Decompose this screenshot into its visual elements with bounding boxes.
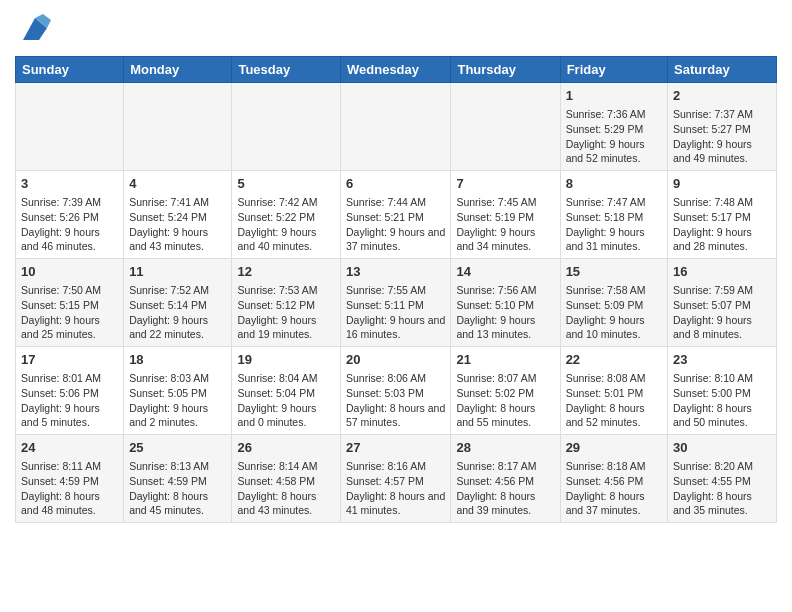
day-number: 30 bbox=[673, 439, 771, 457]
day-number: 8 bbox=[566, 175, 662, 193]
day-number: 19 bbox=[237, 351, 335, 369]
day-number: 11 bbox=[129, 263, 226, 281]
day-number: 4 bbox=[129, 175, 226, 193]
day-cell: 29Sunrise: 8:18 AM Sunset: 4:56 PM Dayli… bbox=[560, 435, 667, 523]
day-cell bbox=[341, 83, 451, 171]
day-cell bbox=[232, 83, 341, 171]
day-info: Sunrise: 8:08 AM Sunset: 5:01 PM Dayligh… bbox=[566, 372, 646, 428]
day-number: 3 bbox=[21, 175, 118, 193]
day-number: 23 bbox=[673, 351, 771, 369]
day-cell bbox=[16, 83, 124, 171]
day-info: Sunrise: 8:18 AM Sunset: 4:56 PM Dayligh… bbox=[566, 460, 646, 516]
day-number: 29 bbox=[566, 439, 662, 457]
day-cell: 16Sunrise: 7:59 AM Sunset: 5:07 PM Dayli… bbox=[668, 259, 777, 347]
day-cell: 10Sunrise: 7:50 AM Sunset: 5:15 PM Dayli… bbox=[16, 259, 124, 347]
day-info: Sunrise: 8:10 AM Sunset: 5:00 PM Dayligh… bbox=[673, 372, 753, 428]
week-row-4: 24Sunrise: 8:11 AM Sunset: 4:59 PM Dayli… bbox=[16, 435, 777, 523]
day-number: 24 bbox=[21, 439, 118, 457]
day-cell: 11Sunrise: 7:52 AM Sunset: 5:14 PM Dayli… bbox=[124, 259, 232, 347]
day-cell: 18Sunrise: 8:03 AM Sunset: 5:05 PM Dayli… bbox=[124, 347, 232, 435]
day-number: 18 bbox=[129, 351, 226, 369]
day-number: 20 bbox=[346, 351, 445, 369]
day-info: Sunrise: 8:17 AM Sunset: 4:56 PM Dayligh… bbox=[456, 460, 536, 516]
column-header-monday: Monday bbox=[124, 57, 232, 83]
day-cell: 27Sunrise: 8:16 AM Sunset: 4:57 PM Dayli… bbox=[341, 435, 451, 523]
day-cell: 30Sunrise: 8:20 AM Sunset: 4:55 PM Dayli… bbox=[668, 435, 777, 523]
column-header-sunday: Sunday bbox=[16, 57, 124, 83]
day-number: 2 bbox=[673, 87, 771, 105]
day-info: Sunrise: 7:42 AM Sunset: 5:22 PM Dayligh… bbox=[237, 196, 317, 252]
logo bbox=[15, 10, 53, 48]
day-number: 12 bbox=[237, 263, 335, 281]
day-cell: 9Sunrise: 7:48 AM Sunset: 5:17 PM Daylig… bbox=[668, 171, 777, 259]
day-cell: 25Sunrise: 8:13 AM Sunset: 4:59 PM Dayli… bbox=[124, 435, 232, 523]
day-number: 27 bbox=[346, 439, 445, 457]
day-info: Sunrise: 8:14 AM Sunset: 4:58 PM Dayligh… bbox=[237, 460, 317, 516]
day-number: 13 bbox=[346, 263, 445, 281]
day-info: Sunrise: 7:41 AM Sunset: 5:24 PM Dayligh… bbox=[129, 196, 209, 252]
day-info: Sunrise: 7:50 AM Sunset: 5:15 PM Dayligh… bbox=[21, 284, 101, 340]
day-info: Sunrise: 7:59 AM Sunset: 5:07 PM Dayligh… bbox=[673, 284, 753, 340]
day-cell: 5Sunrise: 7:42 AM Sunset: 5:22 PM Daylig… bbox=[232, 171, 341, 259]
day-number: 10 bbox=[21, 263, 118, 281]
day-number: 5 bbox=[237, 175, 335, 193]
column-header-friday: Friday bbox=[560, 57, 667, 83]
day-info: Sunrise: 7:58 AM Sunset: 5:09 PM Dayligh… bbox=[566, 284, 646, 340]
day-cell: 12Sunrise: 7:53 AM Sunset: 5:12 PM Dayli… bbox=[232, 259, 341, 347]
column-header-tuesday: Tuesday bbox=[232, 57, 341, 83]
column-header-thursday: Thursday bbox=[451, 57, 560, 83]
column-header-saturday: Saturday bbox=[668, 57, 777, 83]
day-cell: 8Sunrise: 7:47 AM Sunset: 5:18 PM Daylig… bbox=[560, 171, 667, 259]
day-number: 15 bbox=[566, 263, 662, 281]
day-cell: 19Sunrise: 8:04 AM Sunset: 5:04 PM Dayli… bbox=[232, 347, 341, 435]
day-info: Sunrise: 7:48 AM Sunset: 5:17 PM Dayligh… bbox=[673, 196, 753, 252]
day-cell: 21Sunrise: 8:07 AM Sunset: 5:02 PM Dayli… bbox=[451, 347, 560, 435]
day-number: 22 bbox=[566, 351, 662, 369]
day-cell: 17Sunrise: 8:01 AM Sunset: 5:06 PM Dayli… bbox=[16, 347, 124, 435]
day-info: Sunrise: 7:55 AM Sunset: 5:11 PM Dayligh… bbox=[346, 284, 445, 340]
day-info: Sunrise: 7:56 AM Sunset: 5:10 PM Dayligh… bbox=[456, 284, 536, 340]
day-info: Sunrise: 7:53 AM Sunset: 5:12 PM Dayligh… bbox=[237, 284, 317, 340]
day-info: Sunrise: 7:39 AM Sunset: 5:26 PM Dayligh… bbox=[21, 196, 101, 252]
day-number: 14 bbox=[456, 263, 554, 281]
day-cell: 6Sunrise: 7:44 AM Sunset: 5:21 PM Daylig… bbox=[341, 171, 451, 259]
day-cell: 22Sunrise: 8:08 AM Sunset: 5:01 PM Dayli… bbox=[560, 347, 667, 435]
day-number: 25 bbox=[129, 439, 226, 457]
header bbox=[15, 10, 777, 48]
column-header-wednesday: Wednesday bbox=[341, 57, 451, 83]
week-row-0: 1Sunrise: 7:36 AM Sunset: 5:29 PM Daylig… bbox=[16, 83, 777, 171]
day-info: Sunrise: 7:37 AM Sunset: 5:27 PM Dayligh… bbox=[673, 108, 753, 164]
day-info: Sunrise: 8:07 AM Sunset: 5:02 PM Dayligh… bbox=[456, 372, 536, 428]
day-cell: 20Sunrise: 8:06 AM Sunset: 5:03 PM Dayli… bbox=[341, 347, 451, 435]
calendar: SundayMondayTuesdayWednesdayThursdayFrid… bbox=[15, 56, 777, 523]
day-cell: 26Sunrise: 8:14 AM Sunset: 4:58 PM Dayli… bbox=[232, 435, 341, 523]
day-cell: 23Sunrise: 8:10 AM Sunset: 5:00 PM Dayli… bbox=[668, 347, 777, 435]
day-info: Sunrise: 8:13 AM Sunset: 4:59 PM Dayligh… bbox=[129, 460, 209, 516]
day-cell: 13Sunrise: 7:55 AM Sunset: 5:11 PM Dayli… bbox=[341, 259, 451, 347]
day-info: Sunrise: 7:52 AM Sunset: 5:14 PM Dayligh… bbox=[129, 284, 209, 340]
day-info: Sunrise: 7:45 AM Sunset: 5:19 PM Dayligh… bbox=[456, 196, 536, 252]
day-info: Sunrise: 8:16 AM Sunset: 4:57 PM Dayligh… bbox=[346, 460, 445, 516]
day-cell: 15Sunrise: 7:58 AM Sunset: 5:09 PM Dayli… bbox=[560, 259, 667, 347]
day-info: Sunrise: 7:44 AM Sunset: 5:21 PM Dayligh… bbox=[346, 196, 445, 252]
day-cell bbox=[124, 83, 232, 171]
day-number: 7 bbox=[456, 175, 554, 193]
week-row-2: 10Sunrise: 7:50 AM Sunset: 5:15 PM Dayli… bbox=[16, 259, 777, 347]
day-cell: 2Sunrise: 7:37 AM Sunset: 5:27 PM Daylig… bbox=[668, 83, 777, 171]
day-info: Sunrise: 8:11 AM Sunset: 4:59 PM Dayligh… bbox=[21, 460, 101, 516]
day-number: 9 bbox=[673, 175, 771, 193]
day-number: 21 bbox=[456, 351, 554, 369]
day-number: 28 bbox=[456, 439, 554, 457]
day-info: Sunrise: 7:36 AM Sunset: 5:29 PM Dayligh… bbox=[566, 108, 646, 164]
day-cell: 24Sunrise: 8:11 AM Sunset: 4:59 PM Dayli… bbox=[16, 435, 124, 523]
week-row-3: 17Sunrise: 8:01 AM Sunset: 5:06 PM Dayli… bbox=[16, 347, 777, 435]
day-info: Sunrise: 8:03 AM Sunset: 5:05 PM Dayligh… bbox=[129, 372, 209, 428]
day-cell: 7Sunrise: 7:45 AM Sunset: 5:19 PM Daylig… bbox=[451, 171, 560, 259]
day-cell: 1Sunrise: 7:36 AM Sunset: 5:29 PM Daylig… bbox=[560, 83, 667, 171]
day-number: 1 bbox=[566, 87, 662, 105]
day-number: 17 bbox=[21, 351, 118, 369]
day-cell: 4Sunrise: 7:41 AM Sunset: 5:24 PM Daylig… bbox=[124, 171, 232, 259]
day-number: 26 bbox=[237, 439, 335, 457]
day-info: Sunrise: 7:47 AM Sunset: 5:18 PM Dayligh… bbox=[566, 196, 646, 252]
day-cell: 28Sunrise: 8:17 AM Sunset: 4:56 PM Dayli… bbox=[451, 435, 560, 523]
